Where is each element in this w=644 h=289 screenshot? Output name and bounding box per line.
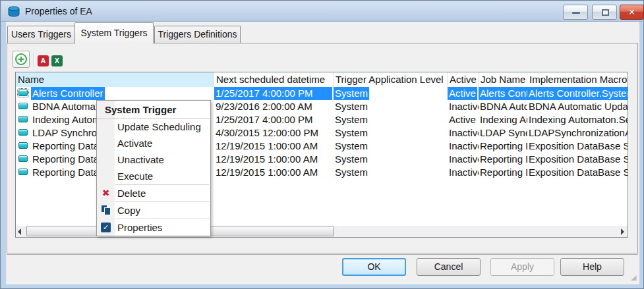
menu-item-label: Copy: [117, 205, 140, 216]
cell-text-level: System: [334, 87, 369, 100]
pdf-export-icon: A: [41, 57, 46, 65]
cell-text-next: 12/19/2015 1:00:00 AM: [214, 153, 319, 166]
help-button[interactable]: Help: [560, 258, 624, 276]
cell-text-job: BDNA Automatic Update: [479, 100, 527, 113]
properties-icon: [101, 223, 111, 232]
column-header-trigger-level[interactable]: Trigger Application Level: [334, 72, 448, 87]
cell-next: 1/25/2017 4:00:00 PM: [214, 87, 334, 100]
cell-next: 12/19/2015 1:00:00 AM: [214, 140, 334, 153]
ok-button[interactable]: OK: [342, 258, 406, 276]
cell-impl: Indexing Automaton.Service: [527, 113, 628, 126]
scroll-right-button[interactable]: [616, 226, 628, 237]
cell-impl: Exposition DataBase Synchronization: [527, 153, 628, 166]
cancel-button[interactable]: Cancel: [417, 258, 481, 276]
arrow-left-icon: [18, 228, 21, 235]
menu-item-label: Activate: [117, 138, 152, 149]
minimize-button[interactable]: [563, 5, 588, 20]
column-header-implementation-macro[interactable]: Implementation Macro: [527, 72, 628, 87]
column-header-next-scheduled[interactable]: Next scheduled datetime: [214, 72, 334, 87]
cell-next: 1/25/2017 4:00:00 PM: [214, 113, 334, 126]
tab-system-triggers[interactable]: System Triggers: [74, 22, 154, 43]
cell-text-level: System: [334, 113, 369, 126]
cell-name: Alerts Controller: [16, 87, 214, 100]
apply-button[interactable]: Apply: [490, 258, 554, 276]
cell-text-level: System: [334, 140, 369, 153]
cell-active: Inactive: [448, 126, 479, 140]
trigger-icon: [18, 169, 28, 175]
menu-item-execute[interactable]: Execute: [97, 168, 210, 184]
resize-grip-icon[interactable]: ◢: [631, 273, 639, 282]
close-icon: ✕: [628, 7, 635, 17]
menu-item-label: Execute: [117, 171, 153, 182]
column-header-name[interactable]: Name: [16, 72, 214, 87]
cell-text-job: Indexing Automaton: [479, 113, 527, 126]
cell-next: 12/19/2015 1:00:00 AM: [214, 166, 334, 179]
cell-text-next: 12/19/2015 1:00:00 AM: [214, 166, 319, 179]
cell-job: LDAP Synchronization: [479, 126, 527, 140]
cell-text-impl: BDNA Automatic Update: [527, 100, 628, 113]
cell-level: System: [334, 126, 448, 140]
menu-item-activate[interactable]: Activate: [97, 135, 210, 151]
cell-level: System: [334, 87, 448, 100]
cell-impl: Exposition DataBase Synchronization: [527, 166, 628, 179]
menu-item-label: Properties: [117, 222, 162, 233]
menu-item-properties[interactable]: Properties: [97, 219, 210, 236]
cell-text-job: LDAP Synchronization: [479, 126, 527, 140]
cell-text-impl: Exposition DataBase Synchronization: [527, 153, 628, 166]
excel-export-icon: X: [55, 57, 59, 65]
menu-item-unactivate[interactable]: Unactivate: [97, 151, 210, 168]
cell-text-job: Alerts Controller: [479, 87, 527, 100]
menu-item-copy[interactable]: Copy: [97, 202, 210, 219]
cell-job: Indexing Automaton: [479, 113, 527, 126]
cell-level: System: [334, 113, 448, 126]
menu-item-update-scheduling[interactable]: Update Scheduling: [97, 118, 210, 135]
trigger-icon: [18, 155, 28, 162]
menu-item-label: Unactivate: [117, 154, 164, 165]
maximize-button[interactable]: [592, 5, 617, 20]
context-menu-title: System Trigger: [97, 101, 210, 118]
cell-text-next: 4/30/2015 12:00:00 PM: [214, 126, 320, 140]
cell-text-next: 1/25/2017 4:00:00 PM: [214, 113, 314, 126]
cell-text-impl: LDAPSynchronizationAgent: [527, 126, 628, 140]
tab-triggers-definitions[interactable]: Triggers Definitions: [154, 26, 241, 43]
export-excel-button[interactable]: X: [51, 55, 63, 66]
cell-next: 12/19/2015 1:00:00 AM: [214, 153, 334, 166]
cell-level: System: [334, 140, 448, 153]
menu-item-label: Delete: [117, 188, 146, 199]
dialog-window: Properties of EA ✕ Users Triggers System…: [0, 0, 644, 289]
cell-active: Inactive: [448, 140, 479, 153]
trigger-icon: [18, 90, 28, 96]
menu-item-delete[interactable]: Delete: [97, 185, 210, 201]
table-row[interactable]: Alerts Controller1/25/2017 4:00:00 PMSys…: [16, 87, 628, 100]
cell-job: BDNA Automatic Update: [479, 100, 527, 113]
scroll-left-button[interactable]: [16, 226, 27, 237]
cell-text-active: Inactive: [448, 100, 479, 113]
column-header-active[interactable]: Active: [448, 72, 479, 87]
database-icon: [8, 6, 20, 18]
cell-active: Active: [448, 87, 479, 100]
cell-level: System: [334, 166, 448, 179]
cell-impl: Exposition DataBase Synchronization: [527, 140, 628, 153]
trigger-icon: [18, 103, 28, 109]
add-trigger-button[interactable]: [13, 51, 30, 68]
cell-job: Reporting Database: [479, 166, 527, 179]
cell-text-impl: Alerts Controller.SystemTrigger: [527, 87, 628, 100]
cell-impl: LDAPSynchronizationAgent: [527, 126, 628, 140]
table-header-row: Name Next scheduled datetime Trigger App…: [16, 72, 628, 87]
cell-active: Inactive: [448, 166, 479, 179]
menu-item-label: Update Scheduling: [117, 121, 201, 132]
add-circle-icon: [13, 51, 29, 67]
column-header-job-name[interactable]: Job Name: [479, 72, 527, 87]
cell-active: Active: [448, 113, 479, 126]
cell-text-impl: Exposition DataBase Synchronization: [527, 140, 628, 153]
cell-text-impl: Indexing Automaton.Service: [527, 113, 628, 126]
close-button[interactable]: ✕: [620, 5, 644, 20]
cell-text-active: Inactive: [448, 126, 479, 140]
cell-active: Inactive: [448, 100, 479, 113]
cell-text-level: System: [334, 153, 369, 166]
cell-text-active: Inactive: [448, 166, 479, 179]
trigger-icon: [18, 129, 28, 136]
export-pdf-button[interactable]: A: [38, 55, 49, 66]
cell-text-active: Active: [448, 113, 477, 126]
tab-users-triggers[interactable]: Users Triggers: [7, 26, 75, 43]
